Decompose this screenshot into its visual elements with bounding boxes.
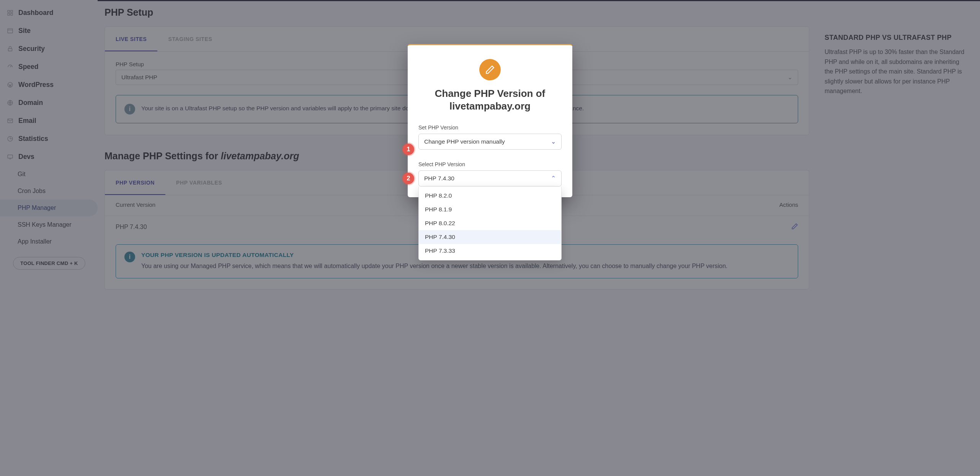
edit-icon — [479, 59, 501, 80]
badge-number: 1 — [407, 146, 410, 153]
option-label: PHP 7.4.30 — [425, 234, 455, 240]
option-label: PHP 8.0.22 — [425, 220, 455, 226]
php-version-option[interactable]: PHP 8.0.22 — [419, 216, 561, 230]
select-php-version-label: Select PHP Version — [418, 161, 562, 167]
chevron-down-icon: ⌄ — [551, 138, 556, 145]
select-php-version-value: PHP 7.4.30 — [424, 175, 454, 182]
change-php-version-modal: Change PHP Version of livetampabay.org S… — [408, 44, 572, 197]
badge-number: 2 — [407, 175, 410, 182]
set-php-version-select[interactable]: Change PHP version manually ⌄ — [418, 134, 562, 150]
annotation-badge-1: 1 — [403, 144, 414, 155]
php-version-option[interactable]: PHP 7.3.33 — [419, 244, 561, 258]
chevron-up-icon: ⌃ — [551, 175, 556, 182]
option-label: PHP 8.2.0 — [425, 192, 452, 199]
select-php-version-select[interactable]: PHP 7.4.30 ⌃ — [418, 170, 562, 186]
select-php-version-field: Select PHP Version PHP 7.4.30 ⌃ PHP 8.2.… — [418, 161, 562, 186]
set-php-version-value: Change PHP version manually — [424, 138, 505, 145]
modal-title-domain: livetampabay.org — [418, 100, 562, 113]
option-label: PHP 8.1.9 — [425, 206, 452, 213]
set-php-version-label: Set PHP Version — [418, 124, 562, 131]
php-version-options-list: PHP 8.2.0 PHP 8.1.9 PHP 8.0.22 PHP 7.4.3… — [418, 186, 562, 260]
set-php-version-field: Set PHP Version Change PHP version manua… — [418, 124, 562, 150]
option-label: PHP 7.3.33 — [425, 247, 455, 254]
modal-title: Change PHP Version of livetampabay.org — [418, 87, 562, 113]
annotation-badge-2: 2 — [403, 173, 414, 184]
app-root: Dashboard Site Security Speed WordPress — [0, 0, 980, 476]
php-version-option[interactable]: PHP 7.4.30 — [419, 230, 561, 244]
php-version-option[interactable]: PHP 8.2.0 — [419, 189, 561, 203]
modal-title-prefix: Change PHP Version of — [435, 88, 545, 99]
php-version-option[interactable]: PHP 8.1.9 — [419, 203, 561, 216]
